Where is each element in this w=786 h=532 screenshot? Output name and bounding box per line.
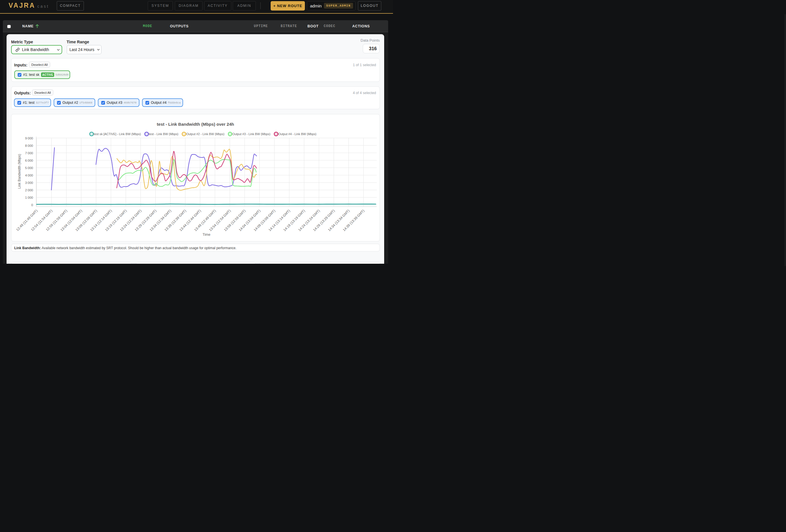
svg-text:6 000: 6 000 [25, 159, 33, 162]
svg-text:0: 0 [31, 203, 33, 207]
svg-text:Link Bandwidth (Mbps): Link Bandwidth (Mbps) [17, 154, 21, 189]
svg-text:5 000: 5 000 [25, 166, 33, 170]
svg-text:3 000: 3 000 [25, 181, 33, 185]
svg-text:4 000: 4 000 [25, 174, 33, 177]
svg-text:8 000: 8 000 [25, 144, 33, 147]
svg-text:2 000: 2 000 [25, 189, 33, 192]
svg-text:Time: Time [203, 233, 210, 237]
svg-text:9 000: 9 000 [25, 137, 33, 140]
svg-text:1 000: 1 000 [25, 196, 33, 199]
svg-text:7 000: 7 000 [25, 151, 33, 155]
